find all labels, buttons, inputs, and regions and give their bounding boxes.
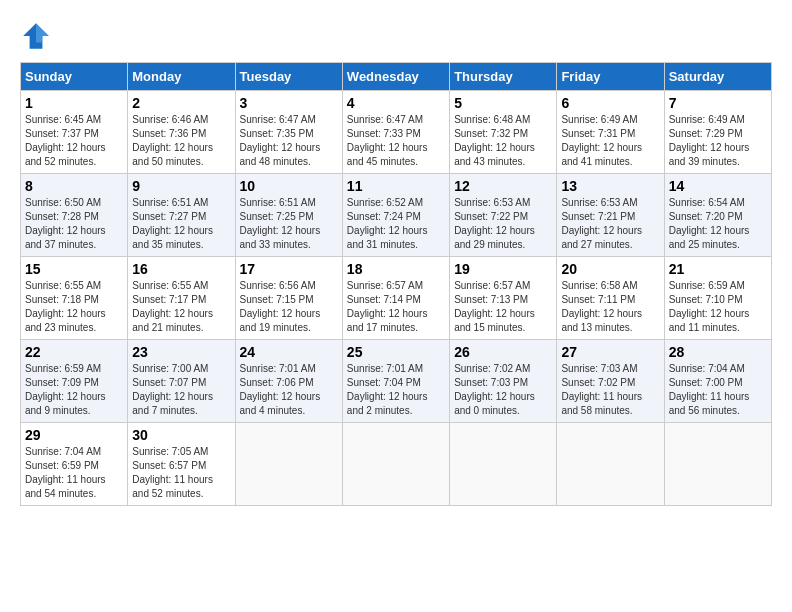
day-number: 3 [240, 95, 338, 111]
calendar-cell: 6 Sunrise: 6:49 AMSunset: 7:31 PMDayligh… [557, 91, 664, 174]
calendar-cell: 4 Sunrise: 6:47 AMSunset: 7:33 PMDayligh… [342, 91, 449, 174]
day-info: Sunrise: 6:55 AMSunset: 7:18 PMDaylight:… [25, 280, 106, 333]
day-number: 15 [25, 261, 123, 277]
day-info: Sunrise: 7:05 AMSunset: 6:57 PMDaylight:… [132, 446, 213, 499]
day-info: Sunrise: 6:53 AMSunset: 7:22 PMDaylight:… [454, 197, 535, 250]
calendar-cell: 18 Sunrise: 6:57 AMSunset: 7:14 PMDaylig… [342, 257, 449, 340]
calendar-cell: 14 Sunrise: 6:54 AMSunset: 7:20 PMDaylig… [664, 174, 771, 257]
calendar-cell: 13 Sunrise: 6:53 AMSunset: 7:21 PMDaylig… [557, 174, 664, 257]
calendar-week-row: 29 Sunrise: 7:04 AMSunset: 6:59 PMDaylig… [21, 423, 772, 506]
day-number: 21 [669, 261, 767, 277]
day-info: Sunrise: 6:46 AMSunset: 7:36 PMDaylight:… [132, 114, 213, 167]
day-number: 22 [25, 344, 123, 360]
day-number: 16 [132, 261, 230, 277]
calendar-cell: 29 Sunrise: 7:04 AMSunset: 6:59 PMDaylig… [21, 423, 128, 506]
day-info: Sunrise: 6:49 AMSunset: 7:31 PMDaylight:… [561, 114, 642, 167]
day-number: 28 [669, 344, 767, 360]
calendar-cell: 26 Sunrise: 7:02 AMSunset: 7:03 PMDaylig… [450, 340, 557, 423]
calendar-cell: 21 Sunrise: 6:59 AMSunset: 7:10 PMDaylig… [664, 257, 771, 340]
day-number: 5 [454, 95, 552, 111]
calendar-cell [664, 423, 771, 506]
page-header [20, 20, 772, 52]
day-info: Sunrise: 6:56 AMSunset: 7:15 PMDaylight:… [240, 280, 321, 333]
calendar-cell: 23 Sunrise: 7:00 AMSunset: 7:07 PMDaylig… [128, 340, 235, 423]
calendar-cell: 2 Sunrise: 6:46 AMSunset: 7:36 PMDayligh… [128, 91, 235, 174]
day-info: Sunrise: 6:51 AMSunset: 7:27 PMDaylight:… [132, 197, 213, 250]
calendar-cell: 17 Sunrise: 6:56 AMSunset: 7:15 PMDaylig… [235, 257, 342, 340]
calendar-week-row: 15 Sunrise: 6:55 AMSunset: 7:18 PMDaylig… [21, 257, 772, 340]
calendar-cell: 27 Sunrise: 7:03 AMSunset: 7:02 PMDaylig… [557, 340, 664, 423]
day-number: 8 [25, 178, 123, 194]
day-info: Sunrise: 6:47 AMSunset: 7:35 PMDaylight:… [240, 114, 321, 167]
day-of-week-header: Monday [128, 63, 235, 91]
calendar-cell: 5 Sunrise: 6:48 AMSunset: 7:32 PMDayligh… [450, 91, 557, 174]
day-info: Sunrise: 6:54 AMSunset: 7:20 PMDaylight:… [669, 197, 750, 250]
day-info: Sunrise: 7:02 AMSunset: 7:03 PMDaylight:… [454, 363, 535, 416]
svg-marker-1 [36, 23, 49, 42]
day-of-week-header: Wednesday [342, 63, 449, 91]
day-number: 2 [132, 95, 230, 111]
calendar-week-row: 8 Sunrise: 6:50 AMSunset: 7:28 PMDayligh… [21, 174, 772, 257]
day-number: 4 [347, 95, 445, 111]
day-of-week-header: Saturday [664, 63, 771, 91]
day-number: 7 [669, 95, 767, 111]
day-info: Sunrise: 7:00 AMSunset: 7:07 PMDaylight:… [132, 363, 213, 416]
calendar-cell [450, 423, 557, 506]
calendar-week-row: 1 Sunrise: 6:45 AMSunset: 7:37 PMDayligh… [21, 91, 772, 174]
calendar-cell: 30 Sunrise: 7:05 AMSunset: 6:57 PMDaylig… [128, 423, 235, 506]
day-number: 29 [25, 427, 123, 443]
calendar-cell: 7 Sunrise: 6:49 AMSunset: 7:29 PMDayligh… [664, 91, 771, 174]
day-number: 25 [347, 344, 445, 360]
day-number: 18 [347, 261, 445, 277]
day-number: 9 [132, 178, 230, 194]
day-info: Sunrise: 6:48 AMSunset: 7:32 PMDaylight:… [454, 114, 535, 167]
calendar-cell: 15 Sunrise: 6:55 AMSunset: 7:18 PMDaylig… [21, 257, 128, 340]
calendar-cell: 1 Sunrise: 6:45 AMSunset: 7:37 PMDayligh… [21, 91, 128, 174]
day-info: Sunrise: 6:59 AMSunset: 7:10 PMDaylight:… [669, 280, 750, 333]
calendar-cell: 3 Sunrise: 6:47 AMSunset: 7:35 PMDayligh… [235, 91, 342, 174]
calendar-cell: 10 Sunrise: 6:51 AMSunset: 7:25 PMDaylig… [235, 174, 342, 257]
day-number: 19 [454, 261, 552, 277]
day-number: 12 [454, 178, 552, 194]
calendar-header-row: SundayMondayTuesdayWednesdayThursdayFrid… [21, 63, 772, 91]
calendar-cell: 28 Sunrise: 7:04 AMSunset: 7:00 PMDaylig… [664, 340, 771, 423]
day-number: 1 [25, 95, 123, 111]
day-number: 17 [240, 261, 338, 277]
day-of-week-header: Thursday [450, 63, 557, 91]
day-info: Sunrise: 6:55 AMSunset: 7:17 PMDaylight:… [132, 280, 213, 333]
day-info: Sunrise: 6:51 AMSunset: 7:25 PMDaylight:… [240, 197, 321, 250]
calendar-body: 1 Sunrise: 6:45 AMSunset: 7:37 PMDayligh… [21, 91, 772, 506]
day-info: Sunrise: 7:03 AMSunset: 7:02 PMDaylight:… [561, 363, 642, 416]
calendar-week-row: 22 Sunrise: 6:59 AMSunset: 7:09 PMDaylig… [21, 340, 772, 423]
calendar-cell: 24 Sunrise: 7:01 AMSunset: 7:06 PMDaylig… [235, 340, 342, 423]
calendar-cell: 9 Sunrise: 6:51 AMSunset: 7:27 PMDayligh… [128, 174, 235, 257]
calendar-cell: 8 Sunrise: 6:50 AMSunset: 7:28 PMDayligh… [21, 174, 128, 257]
day-of-week-header: Tuesday [235, 63, 342, 91]
calendar-table: SundayMondayTuesdayWednesdayThursdayFrid… [20, 62, 772, 506]
day-number: 30 [132, 427, 230, 443]
calendar-cell: 16 Sunrise: 6:55 AMSunset: 7:17 PMDaylig… [128, 257, 235, 340]
day-info: Sunrise: 7:01 AMSunset: 7:04 PMDaylight:… [347, 363, 428, 416]
day-info: Sunrise: 7:01 AMSunset: 7:06 PMDaylight:… [240, 363, 321, 416]
calendar-cell: 22 Sunrise: 6:59 AMSunset: 7:09 PMDaylig… [21, 340, 128, 423]
day-info: Sunrise: 6:50 AMSunset: 7:28 PMDaylight:… [25, 197, 106, 250]
day-info: Sunrise: 6:59 AMSunset: 7:09 PMDaylight:… [25, 363, 106, 416]
calendar-cell [235, 423, 342, 506]
calendar-cell: 12 Sunrise: 6:53 AMSunset: 7:22 PMDaylig… [450, 174, 557, 257]
day-number: 26 [454, 344, 552, 360]
day-number: 11 [347, 178, 445, 194]
calendar-cell: 20 Sunrise: 6:58 AMSunset: 7:11 PMDaylig… [557, 257, 664, 340]
day-number: 10 [240, 178, 338, 194]
day-info: Sunrise: 6:57 AMSunset: 7:13 PMDaylight:… [454, 280, 535, 333]
day-info: Sunrise: 6:45 AMSunset: 7:37 PMDaylight:… [25, 114, 106, 167]
day-number: 23 [132, 344, 230, 360]
day-info: Sunrise: 6:49 AMSunset: 7:29 PMDaylight:… [669, 114, 750, 167]
day-number: 14 [669, 178, 767, 194]
day-info: Sunrise: 7:04 AMSunset: 7:00 PMDaylight:… [669, 363, 750, 416]
day-info: Sunrise: 7:04 AMSunset: 6:59 PMDaylight:… [25, 446, 106, 499]
calendar-cell: 25 Sunrise: 7:01 AMSunset: 7:04 PMDaylig… [342, 340, 449, 423]
day-number: 24 [240, 344, 338, 360]
day-of-week-header: Friday [557, 63, 664, 91]
calendar-cell [342, 423, 449, 506]
day-info: Sunrise: 6:58 AMSunset: 7:11 PMDaylight:… [561, 280, 642, 333]
